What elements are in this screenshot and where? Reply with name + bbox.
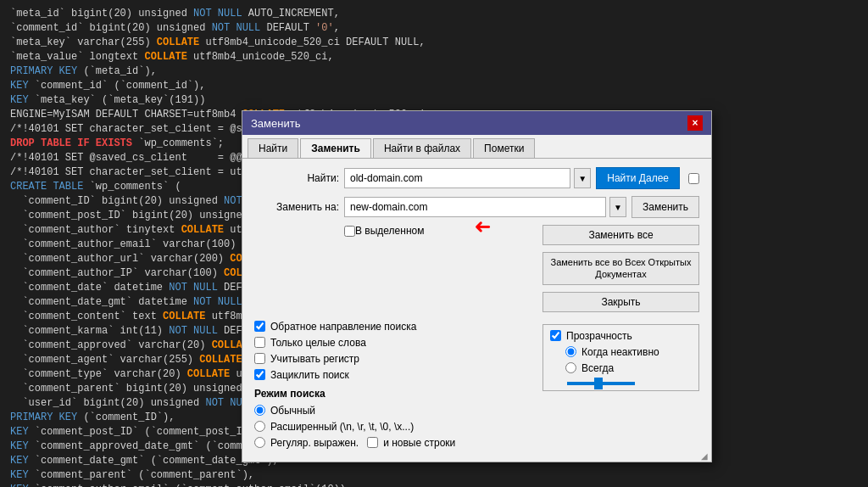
transparency-slider-row [550,378,692,385]
always-radio-row: Всегда [550,362,692,374]
replace-input-wrapper: ▼ [344,197,626,217]
always-label: Всегда [581,362,614,374]
tab-find-in-files[interactable]: Найти в файлах [373,138,471,158]
whole-word-checkbox[interactable] [254,337,265,348]
extended-radio[interactable] [254,421,265,432]
backward-label: Обратное направление поиска [270,321,416,333]
replace-dialog: Заменить × Найти Заменить Найти в файлах… [242,110,712,462]
in-selection-label: В выделенном [355,225,424,237]
new-lines-checkbox[interactable] [367,437,378,448]
transparency-section: Прозрачность Когда неактивно Всегда [542,324,699,391]
wrap-label: Зациклить поиск [270,369,349,381]
tab-marks[interactable]: Пометки [473,138,535,158]
right-options: Прозрачность Когда неактивно Всегда [542,321,699,453]
when-inactive-label: Когда неактивно [581,346,659,358]
normal-radio[interactable] [254,405,265,416]
replace-label: Заменить на: [254,201,339,213]
dialog-titlebar: Заменить × [242,111,711,135]
checkbox-whole-word: Только целые слова [254,337,534,349]
radio-regex: Регуляр. выражен. и новые строки [254,437,534,449]
wrap-checkbox[interactable] [254,369,265,380]
transparency-checkbox-row: Прозрачность [550,330,692,342]
find-next-button[interactable]: Найти Далее [596,167,680,189]
find-checkbox[interactable] [688,173,699,184]
dialog-close-button[interactable]: × [687,115,703,131]
in-selection-area: В выделенном [344,225,537,244]
options-area: Обратное направление поиска Только целые… [254,321,699,453]
case-label: Учитывать регистр [270,353,359,365]
left-options: Обратное направление поиска Только целые… [254,321,534,453]
checkbox-backward: Обратное направление поиска [254,321,534,333]
replace-dropdown-arrow[interactable]: ▼ [609,197,626,217]
find-input-wrapper: ▼ [344,168,591,188]
dialog-title: Заменить [251,117,300,130]
checkbox-case: Учитывать регистр [254,353,534,365]
when-inactive-radio-row: Когда неактивно [550,346,692,358]
case-checkbox[interactable] [254,353,265,364]
replace-all-button[interactable]: Заменить все [542,225,699,245]
new-lines-label: и новые строки [383,437,455,449]
replace-row: Заменить на: ▼ Заменить [254,196,699,218]
in-selection-row: В выделенном [344,225,537,237]
replace-button[interactable]: Заменить [632,196,699,218]
extended-label: Расширенный (\n, \r, \t, \0, \x...) [270,421,414,433]
backward-checkbox[interactable] [254,321,265,332]
dialog-tabs: Найти Заменить Найти в файлах Пометки [242,135,711,159]
transparency-label: Прозрачность [566,330,632,342]
radio-normal: Обычный [254,405,534,417]
transparency-slider[interactable] [567,382,635,385]
regex-label: Регуляр. выражен. [270,437,359,449]
replace-all-docs-button[interactable]: Заменить все во Всех Открытых Документах [542,252,699,285]
action-row: В выделенном Заменить все Заменить все в… [254,225,699,316]
find-row: Найти: ▼ Найти Далее [254,167,699,189]
search-mode-label: Режим поиска [254,388,534,400]
tab-find[interactable]: Найти [248,138,298,158]
radio-extended: Расширенный (\n, \r, \t, \0, \x...) [254,421,534,433]
right-buttons: Заменить все Заменить все во Всех Открыт… [542,225,699,316]
close-button[interactable]: Закрыть [542,292,699,312]
checkbox-wrap: Зациклить поиск [254,369,534,381]
dialog-body: Найти: ▼ Найти Далее Заменить на: ▼ Заме… [242,159,711,462]
regex-radio[interactable] [254,437,265,448]
normal-label: Обычный [270,405,315,417]
find-input[interactable] [344,168,570,188]
in-selection-checkbox[interactable] [344,226,355,237]
slider-thumb [594,378,603,389]
find-dropdown-arrow[interactable]: ▼ [574,168,591,188]
transparency-checkbox[interactable] [550,330,561,341]
when-inactive-radio[interactable] [565,346,576,357]
replace-input[interactable] [344,197,606,217]
resize-handle[interactable]: ◢ [701,451,709,460]
tab-replace[interactable]: Заменить [300,138,371,158]
whole-word-label: Только целые слова [270,337,366,349]
always-radio[interactable] [565,362,576,373]
find-label: Найти: [254,172,339,184]
